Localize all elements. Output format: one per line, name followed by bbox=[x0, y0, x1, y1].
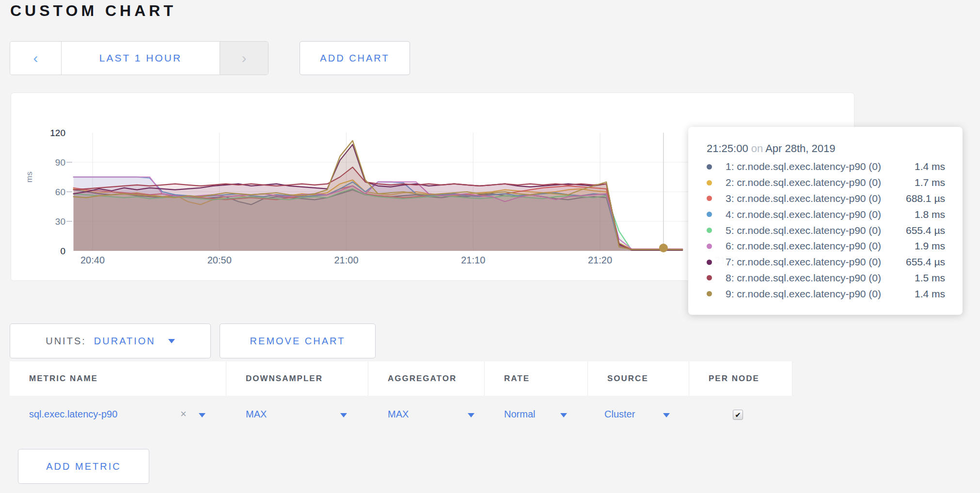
metric-table-row: sql.exec.latency-p90 × MAX MAX Normal Cl… bbox=[10, 396, 970, 434]
tooltip-series-row: 2: cr.node.sql.exec.latency-p90 (0)1.7 m… bbox=[707, 175, 945, 191]
svg-text:20:40: 20:40 bbox=[80, 255, 105, 265]
rate-select[interactable]: Normal bbox=[504, 409, 535, 420]
tooltip-series-row: 5: cr.node.sql.exec.latency-p90 (0)655.4… bbox=[707, 222, 945, 238]
tooltip-series-label: 2: cr.node.sql.exec.latency-p90 (0) bbox=[726, 177, 915, 188]
units-dropdown[interactable]: UNITS: DURATION bbox=[10, 324, 211, 358]
per-node-checkbox[interactable]: ✔ bbox=[733, 410, 743, 420]
chevron-left-icon: ‹ bbox=[33, 51, 38, 65]
tooltip-rows: 1: cr.node.sql.exec.latency-p90 (0)1.4 m… bbox=[707, 159, 945, 302]
remove-chart-button[interactable]: REMOVE CHART bbox=[220, 324, 376, 358]
tooltip-series-label: 6: cr.node.sql.exec.latency-p90 (0) bbox=[726, 240, 915, 252]
close-icon[interactable]: × bbox=[180, 408, 187, 420]
column-header-source: SOURCE bbox=[588, 361, 689, 396]
series-color-dot bbox=[707, 228, 712, 233]
series-color-dot bbox=[707, 244, 712, 249]
units-selected-value: DURATION bbox=[94, 336, 156, 347]
tooltip-series-row: 7: cr.node.sql.exec.latency-p90 (0)655.4… bbox=[707, 254, 945, 270]
tooltip-series-label: 3: cr.node.sql.exec.latency-p90 (0) bbox=[726, 193, 906, 204]
caret-down-icon bbox=[168, 339, 175, 343]
tooltip-series-row: 8: cr.node.sql.exec.latency-p90 (0)1.5 m… bbox=[707, 270, 945, 286]
tooltip-series-label: 5: cr.node.sql.exec.latency-p90 (0) bbox=[726, 225, 906, 236]
tooltip-series-row: 9: cr.node.sql.exec.latency-p90 (0)1.4 m… bbox=[707, 286, 945, 302]
column-header-per-node: PER NODE bbox=[689, 361, 792, 396]
add-metric-button[interactable]: ADD METRIC bbox=[18, 449, 149, 484]
tooltip-series-label: 1: cr.node.sql.exec.latency-p90 (0) bbox=[726, 161, 915, 172]
tooltip-header: 21:25:00 on Apr 28th, 2019 bbox=[707, 142, 945, 155]
time-range-next-button[interactable]: › bbox=[220, 42, 268, 75]
metric-name-value[interactable]: sql.exec.latency-p90 bbox=[29, 409, 117, 420]
tooltip-series-row: 1: cr.node.sql.exec.latency-p90 (0)1.4 m… bbox=[707, 159, 945, 175]
tooltip-series-value: 655.4 µs bbox=[906, 225, 945, 236]
source-select[interactable]: Cluster bbox=[604, 409, 635, 420]
chart-hover-tooltip: 21:25:00 on Apr 28th, 2019 1: cr.node.sq… bbox=[688, 127, 963, 315]
aggregator-select[interactable]: MAX bbox=[388, 409, 409, 420]
tooltip-series-value: 688.1 µs bbox=[906, 193, 945, 204]
tooltip-series-label: 7: cr.node.sql.exec.latency-p90 (0) bbox=[726, 256, 906, 268]
series-color-dot bbox=[707, 275, 712, 280]
tooltip-series-row: 6: cr.node.sql.exec.latency-p90 (0)1.9 m… bbox=[707, 238, 945, 254]
time-range-selector: ‹ LAST 1 HOUR › bbox=[10, 41, 269, 75]
tooltip-date: Apr 28th, 2019 bbox=[765, 142, 835, 154]
aggregator-caret-down-icon[interactable] bbox=[468, 413, 474, 417]
time-range-prev-button[interactable]: ‹ bbox=[10, 42, 62, 75]
series-color-dot bbox=[707, 260, 712, 265]
tooltip-series-value: 1.9 ms bbox=[915, 240, 945, 252]
tooltip-series-value: 1.4 ms bbox=[915, 288, 945, 300]
series-color-dot bbox=[707, 180, 712, 185]
source-caret-down-icon[interactable] bbox=[663, 413, 670, 417]
custom-chart-page: CUSTOM CHART ‹ LAST 1 HOUR › ADD CHART 2… bbox=[0, 0, 980, 493]
svg-text:21:20: 21:20 bbox=[588, 255, 612, 265]
metric-name-caret-down-icon[interactable] bbox=[199, 413, 205, 417]
tooltip-series-label: 8: cr.node.sql.exec.latency-p90 (0) bbox=[726, 272, 915, 284]
page-title: CUSTOM CHART bbox=[10, 2, 176, 20]
svg-text:0: 0 bbox=[60, 246, 65, 256]
series-color-dot bbox=[707, 196, 712, 201]
tooltip-series-value: 1.8 ms bbox=[915, 209, 945, 220]
svg-text:120: 120 bbox=[50, 128, 65, 138]
svg-text:21:00: 21:00 bbox=[334, 255, 358, 265]
tooltip-series-row: 3: cr.node.sql.exec.latency-p90 (0)688.1… bbox=[707, 191, 945, 207]
svg-text:90: 90 bbox=[55, 157, 65, 168]
series-color-dot bbox=[707, 212, 712, 217]
tooltip-series-value: 1.7 ms bbox=[915, 177, 945, 188]
series-color-dot bbox=[707, 164, 712, 169]
tooltip-series-value: 655.4 µs bbox=[906, 256, 945, 268]
rate-caret-down-icon[interactable] bbox=[560, 413, 567, 417]
svg-text:60: 60 bbox=[55, 187, 65, 197]
series-color-dot bbox=[707, 291, 712, 296]
tooltip-series-label: 9: cr.node.sql.exec.latency-p90 (0) bbox=[726, 288, 915, 300]
column-header-aggregator: AGGREGATOR bbox=[368, 361, 485, 396]
column-header-rate: RATE bbox=[485, 361, 588, 396]
tooltip-series-label: 4: cr.node.sql.exec.latency-p90 (0) bbox=[726, 209, 915, 220]
downsampler-select[interactable]: MAX bbox=[246, 409, 267, 420]
svg-text:20:50: 20:50 bbox=[207, 255, 232, 265]
metric-table-header: METRIC NAMEDOWNSAMPLERAGGREGATORRATESOUR… bbox=[10, 361, 792, 396]
add-chart-button[interactable]: ADD CHART bbox=[300, 41, 410, 75]
column-header-metric-name: METRIC NAME bbox=[10, 361, 226, 396]
units-prefix-label: UNITS: bbox=[46, 336, 86, 347]
svg-text:21:10: 21:10 bbox=[461, 255, 485, 265]
tooltip-time: 21:25:00 bbox=[707, 142, 748, 154]
chevron-right-icon: › bbox=[242, 51, 247, 65]
y-axis-unit-label: ms bbox=[25, 171, 34, 183]
column-header-downsampler: DOWNSAMPLER bbox=[226, 361, 368, 396]
tooltip-on-word: on bbox=[751, 142, 763, 154]
tooltip-series-value: 1.4 ms bbox=[915, 161, 945, 172]
time-range-label[interactable]: LAST 1 HOUR bbox=[62, 42, 220, 75]
check-icon: ✔ bbox=[735, 411, 741, 419]
svg-text:30: 30 bbox=[55, 216, 65, 227]
downsampler-caret-down-icon[interactable] bbox=[340, 413, 347, 417]
tooltip-series-row: 4: cr.node.sql.exec.latency-p90 (0)1.8 m… bbox=[707, 206, 945, 222]
tooltip-series-value: 1.5 ms bbox=[915, 272, 945, 284]
